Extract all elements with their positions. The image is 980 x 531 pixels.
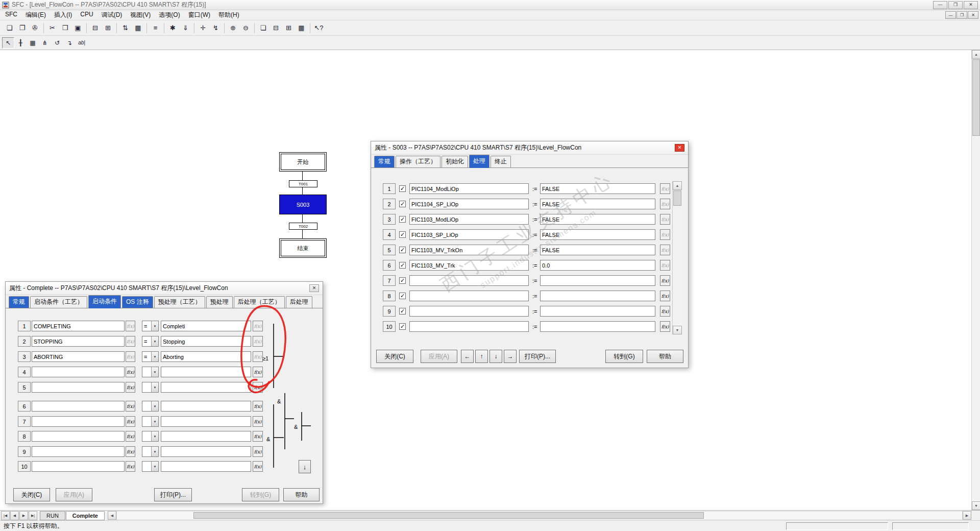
scrollbar-track[interactable]: [116, 511, 963, 520]
download-icon[interactable]: ⇓: [179, 22, 192, 34]
tab-终止[interactable]: 终止: [491, 156, 511, 167]
crosshair-icon[interactable]: ✛: [197, 22, 209, 34]
last-sheet-button[interactable]: ▶|: [29, 511, 37, 520]
condition-fx-button[interactable]: f(x): [253, 351, 263, 362]
help-button[interactable]: 帮助: [647, 350, 683, 363]
sfc-transition-1[interactable]: T001: [289, 180, 317, 187]
statement-value-input[interactable]: [540, 245, 655, 255]
operator-combo[interactable]: = ▼: [142, 336, 159, 347]
condition-right-operand-input[interactable]: [161, 336, 251, 347]
condition-fx-button[interactable]: f(x): [253, 336, 263, 347]
horizontal-scrollbar[interactable]: ◀ ▶: [108, 511, 971, 520]
scroll-up-button[interactable]: ▲: [673, 181, 682, 190]
canvas-vertical-scrollbar[interactable]: ▲ ▼: [971, 50, 980, 510]
result-arrow-button[interactable]: ↓: [299, 460, 311, 473]
row-checkbox[interactable]: ✓: [399, 247, 406, 253]
tab-启动条件（工艺）[interactable]: 启动条件（工艺）: [30, 296, 87, 308]
tile-horizontal-icon[interactable]: ⊟: [270, 22, 282, 34]
left-operand-fx-button[interactable]: f(x): [126, 321, 135, 331]
close-button[interactable]: ✕: [964, 1, 978, 9]
tab-启动条件[interactable]: 启动条件: [88, 295, 121, 308]
tab-常规[interactable]: 常规: [374, 156, 395, 167]
condition-right-operand-input[interactable]: [161, 461, 251, 472]
condition-fx-button[interactable]: f(x): [253, 321, 263, 331]
row-checkbox[interactable]: ✓: [399, 308, 406, 315]
condition-left-operand-input[interactable]: [32, 321, 125, 331]
row-checkbox[interactable]: ✓: [399, 262, 406, 269]
condition-left-operand-input[interactable]: [32, 461, 125, 472]
tab-预处理（工艺）[interactable]: 预处理（工艺）: [154, 296, 205, 308]
condition-right-operand-input[interactable]: [161, 431, 251, 442]
close-dialog-button[interactable]: 关闭(C): [13, 488, 50, 501]
maximize-button[interactable]: ❐: [948, 1, 963, 9]
dialog-titlebar[interactable]: 属性 - Complete -- P7AS\P7AS02\CPU 410 SMA…: [6, 282, 323, 295]
chart-canvas[interactable]: 开始 T001 S003 T002 结束 属性 - Complete -- P7…: [0, 50, 980, 510]
statement-value-input[interactable]: [540, 199, 655, 209]
condition-fx-button[interactable]: f(x): [253, 416, 263, 427]
statement-value-input[interactable]: [540, 306, 655, 317]
chevron-down-icon[interactable]: ▼: [151, 336, 158, 346]
scroll-down-button[interactable]: ▼: [972, 501, 980, 510]
row-checkbox[interactable]: ✓: [399, 293, 406, 299]
chart-icon[interactable]: ▦: [132, 22, 144, 34]
scrollbar-thumb[interactable]: [673, 190, 681, 206]
statement-fx-button[interactable]: f(x): [660, 275, 670, 286]
goto-button[interactable]: 转到(G): [605, 350, 643, 363]
left-operand-fx-button[interactable]: f(x): [126, 461, 135, 472]
tab-处理[interactable]: 处理: [469, 155, 489, 168]
statement-fx-button[interactable]: f(x): [660, 183, 670, 194]
prev-sheet-button[interactable]: ◀: [10, 511, 19, 520]
statement-fx-button[interactable]: f(x): [660, 260, 670, 271]
condition-right-operand-input[interactable]: [161, 321, 251, 331]
insert-jump-icon[interactable]: ↴: [63, 37, 76, 49]
statement-fx-button[interactable]: f(x): [660, 214, 670, 225]
statement-left-operand-input[interactable]: [409, 306, 529, 317]
sheet-tab-RUN[interactable]: RUN: [40, 511, 65, 520]
condition-fx-button[interactable]: f(x): [253, 446, 263, 457]
menu-item[interactable]: 选项(O): [155, 10, 184, 20]
condition-right-operand-input[interactable]: [161, 446, 251, 457]
tab-操作（工艺）[interactable]: 操作（工艺）: [396, 156, 440, 167]
left-operand-fx-button[interactable]: f(x): [126, 367, 135, 377]
arrange-icons-icon[interactable]: ▦: [295, 22, 308, 34]
statement-fx-button[interactable]: f(x): [660, 306, 670, 317]
condition-left-operand-input[interactable]: [32, 336, 125, 347]
row-checkbox[interactable]: ✓: [399, 323, 406, 330]
operator-combo[interactable]: ▼: [142, 416, 159, 427]
apply-button[interactable]: 应用(A): [421, 350, 457, 363]
zoom-out-icon[interactable]: ⊖: [239, 22, 252, 34]
mdi-restore-button[interactable]: ❐: [957, 11, 967, 19]
left-operand-fx-button[interactable]: f(x): [126, 401, 135, 412]
statement-value-input[interactable]: [540, 260, 655, 271]
insert-alternative-branch-icon[interactable]: ⋔: [39, 37, 51, 49]
print-button[interactable]: 打印(P)...: [519, 350, 556, 363]
menu-item[interactable]: 帮助(H): [214, 10, 243, 20]
left-operand-fx-button[interactable]: f(x): [126, 431, 135, 442]
scrollbar-thumb[interactable]: [193, 512, 704, 519]
sfc-end-step[interactable]: 结束: [279, 238, 327, 258]
left-operand-fx-button[interactable]: f(x): [126, 336, 135, 347]
condition-left-operand-input[interactable]: [32, 446, 125, 457]
minimize-button[interactable]: —: [933, 1, 947, 9]
tab-后处理（工艺）[interactable]: 后处理（工艺）: [234, 296, 285, 308]
statement-left-operand-input[interactable]: [409, 321, 529, 332]
statement-left-operand-input[interactable]: [409, 183, 529, 194]
cascade-windows-icon[interactable]: ❏: [257, 22, 270, 34]
run-sequence-icon[interactable]: ⇅: [119, 22, 132, 34]
scrollbar-thumb[interactable]: [972, 59, 980, 136]
insert-loop-icon[interactable]: ↺: [51, 37, 63, 49]
statement-left-operand-input[interactable]: [409, 291, 529, 301]
tab-后处理[interactable]: 后处理: [286, 296, 312, 308]
move-left-button[interactable]: ←: [461, 350, 474, 363]
statement-left-operand-input[interactable]: [409, 245, 529, 255]
tab-常规[interactable]: 常规: [9, 296, 29, 308]
menu-item[interactable]: 编辑(E): [21, 10, 50, 20]
operator-combo[interactable]: ▼: [142, 431, 159, 442]
print-icon[interactable]: ✇: [29, 22, 41, 34]
condition-fx-button[interactable]: f(x): [253, 401, 263, 412]
overview-icon[interactable]: ⊞: [102, 22, 114, 34]
chevron-down-icon[interactable]: ▼: [151, 447, 158, 456]
statement-left-operand-input[interactable]: [409, 214, 529, 225]
chevron-down-icon[interactable]: ▼: [151, 352, 158, 361]
zoom-in-icon[interactable]: ⊕: [227, 22, 239, 34]
